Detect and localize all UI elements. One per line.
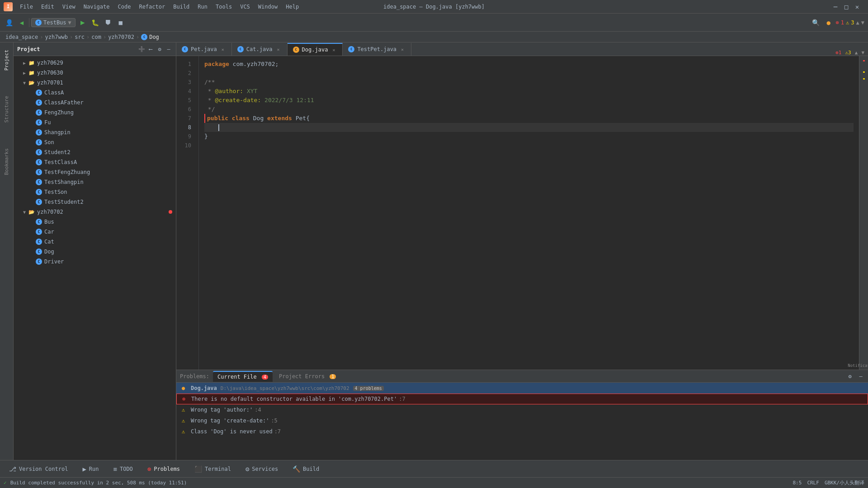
problem-warning-1[interactable]: ⚠ Wrong tag 'author:' :4 [176, 404, 868, 415]
menu-edit[interactable]: Edit [38, 3, 58, 11]
tree-item-Car[interactable]: ▶ C Car [14, 227, 176, 237]
problem-error-1[interactable]: ⊗ There is no default constructor availa… [176, 394, 868, 404]
tab-current-file[interactable]: Current File 4 [213, 371, 273, 382]
status-position[interactable]: 8:5 [793, 480, 802, 486]
menu-run[interactable]: Run [194, 3, 211, 11]
tool-version-control[interactable]: ⎇ Version Control [5, 464, 71, 474]
profile-toolbar-icon[interactable]: ● [823, 17, 834, 28]
tool-build[interactable]: 🔨 Build [289, 464, 323, 474]
maximize-button[interactable]: □ [843, 3, 850, 10]
tree-item-TestClassA[interactable]: ▶ C TestClassA [14, 157, 176, 167]
tree-item-Dog[interactable]: ▶ C Dog [14, 247, 176, 257]
breadcrumb-part-2[interactable]: src [75, 34, 85, 40]
error-icon: ⊗ [182, 396, 189, 402]
class-icon: C [35, 119, 42, 126]
menu-tools[interactable]: Tools [212, 3, 236, 11]
problem-warning-3[interactable]: ⚠ Class 'Dog' is never used :7 [176, 426, 868, 437]
status-crlf[interactable]: CRLF [807, 480, 819, 486]
toolbar-back-icon[interactable]: ◀ [16, 17, 27, 28]
sidebar-tab-structure[interactable]: Structure [2, 92, 11, 127]
project-minimize-icon[interactable]: — [165, 46, 172, 53]
class-icon: C [35, 159, 42, 166]
breadcrumb-part-0[interactable]: idea_space [5, 34, 38, 40]
tool-run[interactable]: ▶ Run [79, 464, 102, 474]
tool-run-label: Run [89, 466, 99, 472]
tree-item-FengZhung[interactable]: ▶ C FengZhung [14, 108, 176, 117]
tab-cat-java[interactable]: C Cat.java ✕ [232, 43, 288, 56]
project-add-icon[interactable]: ➕ [138, 46, 145, 53]
tree-item-yzh70629[interactable]: ▶ 📁 yzh70629 [14, 58, 176, 68]
tool-problems[interactable]: ⊗ Problems [144, 464, 184, 474]
menu-refactor[interactable]: Refactor [135, 3, 169, 11]
menu-navigate[interactable]: Navigate [80, 3, 113, 11]
sidebar-tab-bookmarks[interactable]: Bookmarks [2, 145, 11, 179]
tree-item-Driver[interactable]: ▶ C Driver [14, 257, 176, 267]
tree-item-Son[interactable]: ▶ C Son [14, 137, 176, 147]
tool-todo[interactable]: ≡ TODO [110, 464, 137, 474]
code-editor[interactable]: 1 2 3 4 5 6 7 8 9 10 package com.yzh7070… [176, 56, 868, 370]
close-button[interactable]: ✕ [854, 3, 861, 10]
project-collapse-icon[interactable]: ⟵ [147, 46, 154, 53]
toolbar-user-icon[interactable]: 👤 [4, 17, 14, 28]
problem-warning-2[interactable]: ⚠ Wrong tag 'create-date:' :5 [176, 415, 868, 426]
breadcrumb-part-1[interactable]: yzh7wwb [45, 34, 68, 40]
tree-item-ClassA[interactable]: ▶ C ClassA [14, 88, 176, 98]
problem-warning-line-1: :4 [255, 407, 261, 413]
tree-item-ClassAFather[interactable]: ▶ C ClassAFather [14, 98, 176, 108]
tree-item-TestShangpin[interactable]: ▶ C TestShangpin [14, 177, 176, 187]
stop-button[interactable]: ■ [115, 17, 126, 28]
tree-item-yzh70701[interactable]: ▼ 📂 yzh70701 [14, 78, 176, 88]
menu-file[interactable]: File [16, 3, 37, 11]
debug-button[interactable]: 🐛 [90, 17, 101, 28]
tree-item-Cat[interactable]: ▶ C Cat [14, 237, 176, 247]
tab-testpet-java[interactable]: C TestPet.java ✕ [343, 43, 411, 56]
minimize-button[interactable]: ─ [832, 3, 839, 10]
problem-file-header[interactable]: ● Dog.java D:\java\idea_space\yzh7wwb\sr… [176, 383, 868, 394]
status-charset[interactable]: GBKK/小人头翻译 [825, 479, 864, 486]
tree-item-Bus[interactable]: ▶ C Bus [14, 217, 176, 227]
breadcrumb-current[interactable]: Dog [149, 34, 159, 40]
current-file-badge: 4 [262, 375, 268, 380]
tab-testpet-close[interactable]: ✕ [399, 46, 406, 52]
tab-project-errors[interactable]: Project Errors 1 [274, 371, 340, 381]
run-button[interactable]: ▶ [77, 17, 88, 28]
run-configuration[interactable]: C TestBus ▼ [31, 18, 75, 27]
tree-item-TestSon[interactable]: ▶ C TestSon [14, 187, 176, 197]
problems-icon: ⊗ [147, 465, 151, 473]
project-settings-icon[interactable]: ⚙ [156, 46, 163, 53]
tree-item-TestFengZhuang[interactable]: ▶ C TestFengZhuang [14, 167, 176, 177]
tool-services[interactable]: ⚙ Services [242, 464, 282, 474]
class-icon: C [35, 258, 42, 265]
tab-dog-close[interactable]: ✕ [330, 47, 337, 53]
code-line-3: /** [204, 78, 854, 87]
tab-pet-java[interactable]: C Pet.java ✕ [176, 43, 232, 56]
bottom-settings-icon[interactable]: ⚙ [846, 373, 854, 380]
tree-item-Shangpin[interactable]: ▶ C Shangpin [14, 127, 176, 137]
menu-help[interactable]: Help [282, 3, 302, 11]
tab-pet-close[interactable]: ✕ [220, 46, 226, 52]
search-toolbar-icon[interactable]: 🔍 [811, 17, 821, 28]
coverage-button[interactable]: ⛊ [103, 17, 113, 28]
folder-icon: 📂 [28, 79, 35, 86]
tree-item-TestStudent2[interactable]: ▶ C TestStudent2 [14, 197, 176, 207]
code-content[interactable]: package com.yzh70702; /** * @author: XYT… [199, 56, 859, 370]
tab-cat-icon: C [237, 46, 244, 52]
tree-item-Student2[interactable]: ▶ C Student2 [14, 147, 176, 157]
tool-terminal-label: Terminal [205, 466, 231, 472]
tab-dog-java[interactable]: C Dog.java ✕ [288, 43, 343, 56]
tree-item-yzh70630[interactable]: ▶ 📁 yzh70630 [14, 68, 176, 78]
breadcrumb-part-3[interactable]: com [91, 34, 101, 40]
bottom-minimize-icon[interactable]: — [857, 373, 864, 380]
menu-view[interactable]: View [59, 3, 79, 11]
class-icon: C [35, 188, 42, 196]
tree-item-yzh70702[interactable]: ▼ 📂 yzh70702 [14, 207, 176, 217]
tree-item-Fu[interactable]: ▶ C Fu [14, 117, 176, 127]
menu-code[interactable]: Code [114, 3, 135, 11]
sidebar-tab-project[interactable]: Project [2, 46, 11, 74]
menu-build[interactable]: Build [170, 3, 193, 11]
menu-window[interactable]: Window [255, 3, 281, 11]
tab-cat-close[interactable]: ✕ [275, 46, 282, 52]
tool-terminal[interactable]: ⬛ Terminal [191, 464, 235, 474]
breadcrumb-part-4[interactable]: yzh70702 [108, 34, 134, 40]
menu-vcs[interactable]: VCS [236, 3, 254, 11]
